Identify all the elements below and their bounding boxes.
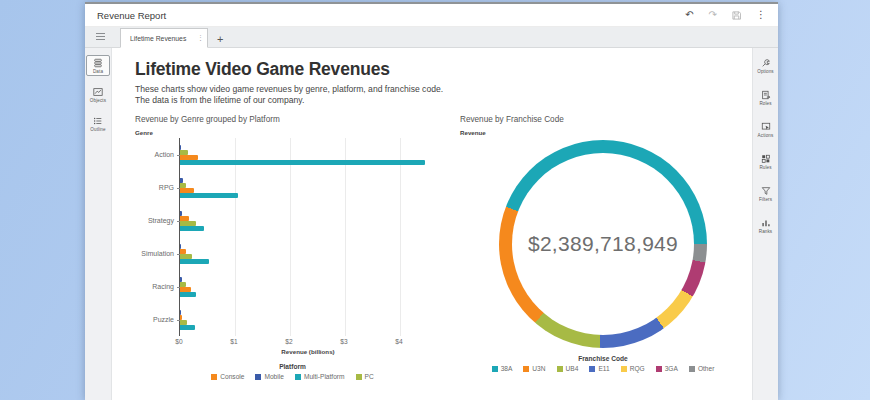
bar-chart-title: Revenue by Genre grouped by Platform (135, 115, 450, 124)
bar-group-puzzle (180, 303, 437, 336)
legend-label: PC (365, 373, 374, 380)
main-area: DataObjectsOutline Lifetime Video Game R… (85, 48, 778, 400)
rail-item-label: Filters (759, 197, 772, 202)
bar-chart-x-axis-label: Revenue (billions) (179, 348, 437, 355)
legend-swatch (492, 366, 498, 372)
objects-icon (93, 87, 103, 97)
rail-item-objects[interactable]: Objects (86, 84, 110, 105)
rail-item-data[interactable]: Data (86, 55, 110, 76)
title-bar: Revenue Report ↶ ↷ ⋮ (85, 4, 778, 27)
rail-item-label: Data (93, 69, 103, 74)
legend-swatch (589, 366, 595, 372)
titlebar-actions: ↶ ↷ ⋮ (685, 10, 766, 20)
add-page-button[interactable]: + (217, 34, 223, 45)
page-subtitle: These charts show video game revenues by… (135, 84, 746, 106)
options-icon (761, 58, 771, 68)
rail-item-ranks[interactable]: Ranks (754, 215, 778, 236)
roles-icon (761, 90, 771, 100)
category-label-action: Action (135, 138, 179, 171)
tab-menu-icon[interactable]: ⋮ (197, 34, 204, 42)
rail-item-label: Objects (90, 98, 106, 103)
franchise-legend-title: Franchise Code (460, 355, 746, 362)
data-icon (93, 58, 103, 68)
rail-item-label: Actions (758, 133, 774, 138)
bar-racing-multi-platform[interactable] (180, 292, 196, 297)
save-icon[interactable] (732, 11, 741, 20)
platform-legend-item-mobile[interactable]: Mobile (255, 373, 283, 380)
rail-item-roles[interactable]: Roles (754, 87, 778, 108)
pages-menu-icon[interactable] (92, 28, 108, 44)
tab-strip: Lifetime Revenues ⋮ + (85, 27, 778, 48)
report-canvas: Lifetime Video Game Revenues These chart… (112, 48, 752, 400)
rail-item-label: Ranks (759, 229, 773, 234)
bar-chart-y-axis-label: Genre (135, 129, 450, 136)
legend-label: 3GA (665, 365, 678, 372)
legend-swatch (557, 366, 563, 372)
bar-group-rpg (180, 171, 437, 204)
legend-swatch (621, 366, 627, 372)
franchise-legend-item-other[interactable]: Other (689, 365, 715, 372)
platform-legend-title: Platform (135, 363, 450, 370)
rail-item-label: Outline (90, 127, 105, 132)
legend-label: Console (220, 373, 244, 380)
rail-item-filters[interactable]: Filters (754, 183, 778, 204)
tab-lifetime-revenues[interactable]: Lifetime Revenues ⋮ (120, 28, 208, 48)
legend-swatch (211, 374, 217, 380)
rail-item-label: Roles (759, 101, 771, 106)
x-axis-tick-label: $0 (175, 338, 182, 345)
rail-item-outline[interactable]: Outline (86, 113, 110, 134)
bar-puzzle-multi-platform[interactable] (180, 325, 195, 330)
page-title: Lifetime Video Game Revenues (135, 59, 746, 80)
legend-swatch (523, 366, 529, 372)
redo-icon[interactable]: ↷ (709, 10, 717, 20)
legend-label: RQG (630, 365, 645, 372)
donut-plot-area[interactable]: $2,389,718,949 (499, 140, 707, 348)
bar-action-multi-platform[interactable] (180, 160, 425, 165)
rail-item-actions[interactable]: Actions (754, 119, 778, 140)
x-axis-tick-label: $4 (395, 338, 402, 345)
rail-item-rules[interactable]: Rules (754, 151, 778, 172)
platform-legend-item-console[interactable]: Console (211, 373, 244, 380)
donut-chart-title: Revenue by Franchise Code (460, 115, 746, 124)
filters-icon (761, 186, 771, 196)
legend-label: Mobile (264, 373, 283, 380)
platform-legend-item-multi-platform[interactable]: Multi-Platform (295, 373, 345, 380)
outline-icon (93, 116, 103, 126)
legend-swatch (656, 366, 662, 372)
rail-item-label: Rules (759, 165, 771, 170)
rail-item-label: Options (757, 69, 774, 74)
app-window: Revenue Report ↶ ↷ ⋮ Lifetime Revenues ⋮… (85, 2, 778, 400)
undo-icon[interactable]: ↶ (685, 10, 693, 20)
franchise-legend: Franchise Code 38AU3NUB4E11RQG3GAOther (460, 355, 746, 372)
franchise-legend-item-rqg[interactable]: RQG (621, 365, 645, 372)
legend-label: 38A (501, 365, 513, 372)
platform-legend-item-pc[interactable]: PC (356, 373, 374, 380)
donut-total-revenue: $2,389,718,949 (499, 140, 707, 348)
bar-chart-x-axis-ticks: $0$1$2$3$4 (179, 336, 437, 346)
bar-group-racing (180, 270, 437, 303)
more-menu-icon[interactable]: ⋮ (756, 10, 766, 20)
bar-group-action (180, 138, 437, 171)
category-label-rpg: RPG (135, 171, 179, 204)
franchise-legend-item-38a[interactable]: 38A (492, 365, 513, 372)
tab-label: Lifetime Revenues (130, 35, 197, 42)
ranks-icon (761, 218, 771, 228)
franchise-legend-item-e11[interactable]: E11 (589, 365, 609, 372)
bar-rpg-multi-platform[interactable] (180, 193, 238, 198)
subtitle-line-1: These charts show video game revenues by… (135, 84, 746, 95)
bar-group-simulation (180, 237, 437, 270)
franchise-legend-item-u3n[interactable]: U3N (523, 365, 545, 372)
bar-chart-revenue-by-genre[interactable]: Revenue by Genre grouped by Platform Gen… (135, 115, 450, 380)
bar-simulation-multi-platform[interactable] (180, 259, 209, 264)
category-label-racing: Racing (135, 270, 179, 303)
legend-swatch (356, 374, 362, 380)
bar-chart-plot-area (179, 138, 437, 336)
franchise-legend-item-3ga[interactable]: 3GA (656, 365, 678, 372)
legend-label: U3N (532, 365, 545, 372)
legend-label: Multi-Platform (304, 373, 345, 380)
bar-strategy-multi-platform[interactable] (180, 226, 204, 231)
rail-item-options[interactable]: Options (754, 55, 778, 76)
franchise-legend-item-ub4[interactable]: UB4 (557, 365, 579, 372)
donut-chart-revenue-by-franchise[interactable]: Revenue by Franchise Code Revenue $2,389… (450, 115, 746, 380)
legend-swatch (689, 366, 695, 372)
